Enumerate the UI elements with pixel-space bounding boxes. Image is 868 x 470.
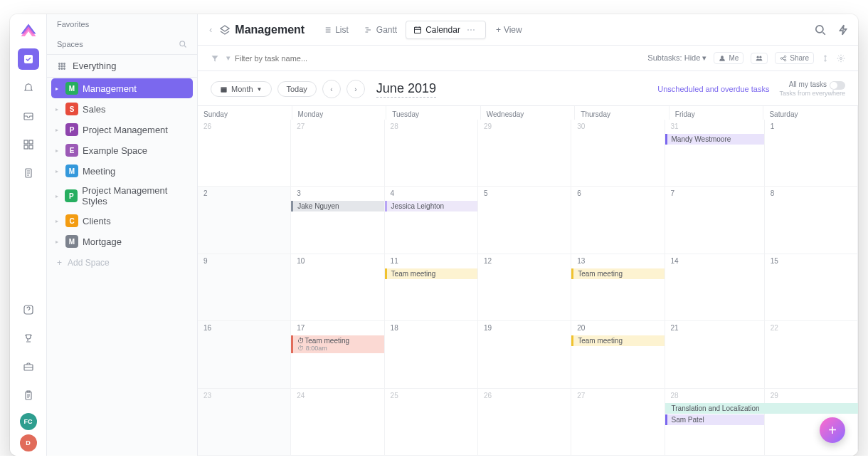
- user-avatar[interactable]: D: [20, 434, 37, 451]
- tab-list[interactable]: List: [316, 21, 356, 39]
- calendar-cell[interactable]: 21: [665, 321, 765, 388]
- calendar-event[interactable]: Translation and Localization: [665, 403, 858, 414]
- calendar-cell[interactable]: 22: [765, 321, 858, 388]
- rail-trophy-button[interactable]: [18, 328, 39, 349]
- calendar-event[interactable]: Sam Patel: [665, 414, 764, 425]
- tab-calendar[interactable]: Calendar⋯: [406, 21, 486, 39]
- sidebar-item-clients[interactable]: ▸ C Clients: [51, 211, 193, 231]
- sidebar-item-example-space[interactable]: ▸ E Example Space: [51, 140, 193, 160]
- calendar-cell[interactable]: 9: [198, 254, 291, 321]
- calendar-cell[interactable]: 2: [198, 187, 291, 254]
- calendar-cell[interactable]: 6: [571, 187, 665, 254]
- calendar-event[interactable]: Jake Nguyen: [291, 201, 383, 212]
- sidebar-item-mortgage[interactable]: ▸ M Mortgage: [51, 231, 193, 251]
- rail-docs-button[interactable]: [18, 162, 39, 184]
- calendar-cell[interactable]: 12: [478, 254, 571, 321]
- sidebar-item-sales[interactable]: ▸ S Sales: [51, 99, 193, 119]
- add-space-button[interactable]: + Add Space: [47, 252, 197, 273]
- day-header: Saturday: [763, 106, 858, 120]
- search-icon[interactable]: [814, 24, 827, 36]
- add-view-button[interactable]: + View: [496, 25, 522, 35]
- topbar: ‹ Management ListGanttCalendar⋯ + View: [198, 14, 858, 46]
- unscheduled-link[interactable]: Unscheduled and overdue tasks: [657, 85, 769, 93]
- calendar-cell[interactable]: 1: [765, 120, 858, 187]
- calendar-cell[interactable]: 27: [571, 389, 665, 456]
- calendar-title[interactable]: June 2019: [376, 81, 436, 98]
- calendar-cell[interactable]: 10: [291, 254, 384, 321]
- rail-notifications-button[interactable]: [18, 77, 39, 98]
- more-options[interactable]: [821, 54, 830, 63]
- gear-icon[interactable]: [837, 54, 845, 63]
- chevron-right-icon: ▸: [55, 147, 61, 154]
- collapse-sidebar-button[interactable]: ‹: [206, 21, 215, 38]
- filter-icon[interactable]: [211, 54, 219, 63]
- calendar-cell[interactable]: 14: [665, 254, 765, 321]
- space-badge: M: [65, 82, 78, 95]
- assignee-filter[interactable]: [751, 53, 768, 64]
- calendar-cell[interactable]: 24: [291, 389, 384, 456]
- calendar-cell[interactable]: 4Jessica Leighton: [385, 187, 478, 254]
- user-avatar[interactable]: FC: [20, 413, 37, 430]
- sidebar-item-meeting[interactable]: ▸ M Meeting: [51, 161, 193, 181]
- calendar-cell[interactable]: 28Translation and LocalizationSam Patel: [665, 389, 765, 456]
- app-logo[interactable]: [18, 21, 38, 41]
- search-icon[interactable]: [179, 40, 187, 48]
- calendar-cell[interactable]: 19: [478, 321, 571, 388]
- sidebar-item-project-management[interactable]: ▸ P Project Management: [51, 120, 193, 140]
- next-button[interactable]: ›: [346, 80, 365, 98]
- calendar-cell[interactable]: 27: [291, 120, 384, 187]
- tab-menu[interactable]: ⋯: [464, 25, 478, 35]
- calendar-cell[interactable]: 28: [385, 120, 478, 187]
- new-task-fab[interactable]: +: [820, 417, 845, 443]
- rail-apps-button[interactable]: [18, 134, 39, 155]
- everything-item[interactable]: Everything: [47, 55, 197, 78]
- calendar-cell[interactable]: 29: [478, 120, 571, 187]
- calendar-cell[interactable]: 7: [665, 187, 765, 254]
- calendar-cell[interactable]: 5: [478, 187, 571, 254]
- calendar-cell[interactable]: 20Team meeting: [571, 321, 665, 388]
- share-button[interactable]: Share: [775, 52, 814, 64]
- calendar-event[interactable]: Team meeting: [385, 268, 477, 279]
- me-filter[interactable]: Me: [714, 52, 743, 64]
- calendar-event[interactable]: Team meeting: [571, 268, 664, 279]
- breadcrumb[interactable]: Management: [219, 24, 312, 36]
- rail-help-button[interactable]: [18, 299, 39, 320]
- calendar-cell[interactable]: 29: [765, 389, 858, 456]
- today-button[interactable]: Today: [277, 81, 317, 97]
- calendar-event[interactable]: Jessica Leighton: [385, 201, 477, 212]
- sidebar-item-project-management-styles[interactable]: ▸ P Project Management Styles: [51, 182, 193, 210]
- sidebar-item-management[interactable]: ▸ M Management: [51, 78, 193, 98]
- svg-rect-7: [29, 145, 33, 149]
- calendar-event[interactable]: Team meeting: [571, 335, 664, 346]
- automation-icon[interactable]: [837, 24, 850, 36]
- calendar-cell[interactable]: 3Jake Nguyen: [291, 187, 384, 254]
- calendar-cell[interactable]: 18: [385, 321, 478, 388]
- calendar-icon: [413, 26, 422, 34]
- calendar-cell[interactable]: 16: [198, 321, 291, 388]
- calendar-cell[interactable]: 30: [571, 120, 665, 187]
- rail-toolbox-button[interactable]: [18, 356, 39, 377]
- calendar-cell[interactable]: 26: [478, 389, 571, 456]
- tab-gantt[interactable]: Gantt: [357, 21, 404, 39]
- calendar-cell[interactable]: 26: [198, 120, 291, 187]
- rail-home-button[interactable]: [18, 48, 39, 70]
- calendar-event[interactable]: ⏱Team meeting⏱ 8:00am: [291, 335, 383, 353]
- calendar-cell[interactable]: 17⏱Team meeting⏱ 8:00am: [291, 321, 384, 388]
- calendar-cell[interactable]: 11Team meeting: [385, 254, 478, 321]
- favorites-header[interactable]: Favorites: [47, 14, 197, 34]
- calendar-cell[interactable]: 8: [765, 187, 858, 254]
- date-number: 10: [291, 257, 383, 268]
- calendar-event[interactable]: Mandy Westmoore: [665, 134, 764, 145]
- filter-input[interactable]: [235, 54, 349, 63]
- calendar-cell[interactable]: 31Mandy Westmoore: [665, 120, 765, 187]
- prev-button[interactable]: ‹: [322, 80, 341, 98]
- rail-clipboard-button[interactable]: [18, 385, 39, 406]
- calendar-cell[interactable]: 25: [385, 389, 478, 456]
- calendar-cell[interactable]: 13Team meeting: [571, 254, 665, 321]
- rail-inbox-button[interactable]: [18, 105, 39, 127]
- subtasks-filter[interactable]: Subtasks: Hide ▾: [647, 53, 706, 63]
- range-selector[interactable]: Month ▼: [211, 81, 272, 97]
- calendar-cell[interactable]: 23: [198, 389, 291, 456]
- calendar-cell[interactable]: 15: [765, 254, 858, 321]
- all-my-tasks-toggle[interactable]: All my tasks Tasks from everywhere: [779, 80, 845, 98]
